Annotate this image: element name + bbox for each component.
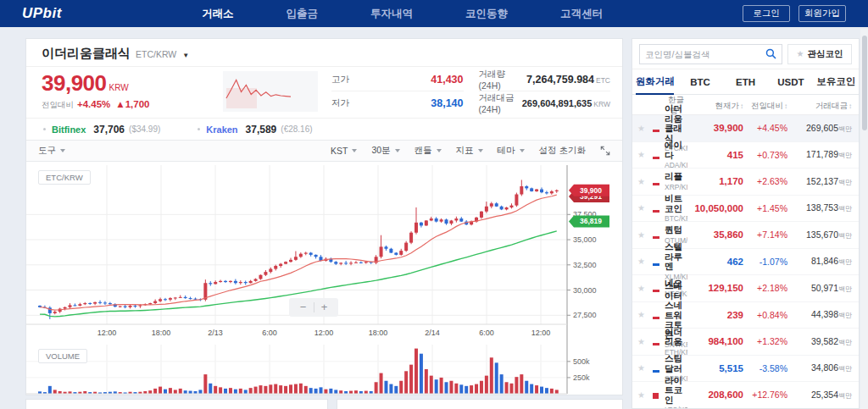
column-header-현재가[interactable]: 현재가↕: [687, 101, 743, 112]
svg-text:12:00: 12:00: [314, 329, 334, 337]
svg-text:39,900: 39,900: [580, 186, 602, 195]
coin-pair: LTC/KRW: [665, 406, 687, 409]
coin-row-SNT/KRW[interactable]: ★스테이터스네트워크토큰SNT/KRW239+0.84%44,398백만: [632, 302, 859, 329]
star-icon[interactable]: ★: [637, 390, 653, 400]
change-marker-icon: [653, 317, 659, 319]
coin-name: 스텔라루멘: [665, 241, 682, 271]
change-label: 전일대비: [42, 100, 74, 109]
current-price: 39,900: [42, 70, 107, 96]
svg-text:18:00: 18:00: [369, 329, 388, 337]
svg-text:12:00: 12:00: [531, 329, 551, 337]
nav-item-입출금[interactable]: 입출금: [286, 7, 318, 21]
star-icon[interactable]: ★: [637, 177, 653, 186]
nav-item-투자내역[interactable]: 투자내역: [370, 7, 413, 21]
coin-row-ETH/KRW[interactable]: ★이더리움ETH/KRW984,100+1.32%39,582백만: [632, 329, 859, 356]
coin-row-BTC/KRW[interactable]: ★비트코인BTC/KRW10,050,000+1.45%138,753백만: [632, 196, 859, 223]
market-tab-원화거래[interactable]: 원화거래: [632, 69, 677, 94]
fullscreen-icon[interactable]: [600, 146, 610, 156]
market-tab-USDT[interactable]: USDT: [768, 69, 813, 94]
market-tab-BTC[interactable]: BTC: [677, 69, 722, 94]
coin-amount: 34,806백만: [787, 362, 852, 373]
star-icon[interactable]: ★: [637, 257, 653, 266]
star-icon[interactable]: ★: [637, 124, 653, 133]
change-marker-icon: [653, 290, 659, 292]
upbit-logo[interactable]: UPbit: [22, 5, 62, 22]
tools-menu[interactable]: 도구: [38, 145, 65, 157]
market-tab-ETH[interactable]: ETH: [723, 69, 768, 94]
star-icon[interactable]: ★: [637, 363, 653, 373]
favorites-button[interactable]: ★ 관심코인: [787, 44, 852, 64]
coin-price: 35,860: [687, 229, 743, 240]
search-box: [639, 44, 782, 64]
star-icon[interactable]: ★: [637, 150, 653, 159]
column-header-거래대금[interactable]: 거래대금↕: [787, 101, 852, 112]
change-marker-icon: [653, 370, 659, 373]
svg-text:250k: 250k: [573, 373, 590, 382]
toolbar-item-캔들[interactable]: 캔들: [415, 145, 442, 157]
candlestick-chart[interactable]: 12:0018:002/136:0012:0018:002/146:0012:0…: [26, 162, 622, 395]
coin-dropdown-icon[interactable]: ▼: [182, 52, 189, 59]
star-icon[interactable]: ★: [637, 310, 653, 319]
coin-price: 129,150: [687, 283, 743, 293]
toolbar-item-지표[interactable]: 지표: [456, 145, 483, 157]
coin-change: +7.14%: [743, 229, 787, 240]
volume-chip: VOLUME: [38, 349, 87, 363]
zoom-out-button[interactable]: −: [293, 298, 314, 317]
chevron-down-icon: [395, 149, 400, 152]
coin-amount: 269,605백만: [787, 123, 852, 134]
price-summary: 39,900KRW 전일대비+4.45%▲1,700 고가 41,430 거래량…: [26, 67, 622, 118]
sparkline-chart: [223, 71, 318, 112]
market-tab-보유코인[interactable]: 보유코인: [814, 69, 859, 94]
chevron-down-icon: [478, 149, 483, 152]
coin-name: 라이트코인: [665, 375, 682, 405]
reset-settings-button[interactable]: 설정 초기화: [539, 145, 586, 157]
coin-row-XRP/KRW[interactable]: ★리플XRP/KRW1,170+2.63%152,137백만: [632, 169, 859, 196]
coin-amount: 25,354백만: [787, 390, 852, 401]
coin-row-ADA/KRW[interactable]: ★에이다ADA/KRW415+0.73%171,789백만: [632, 142, 859, 169]
stat-amount: 거래대금(24H) 269,604,891,635KRW: [479, 91, 611, 115]
toolbar-item-KST[interactable]: KST: [331, 146, 357, 156]
coin-amount: 81,846백만: [787, 256, 852, 267]
star-icon[interactable]: ★: [637, 203, 653, 213]
signup-button[interactable]: 회원가입: [798, 5, 846, 22]
svg-text:12:00: 12:00: [97, 329, 117, 337]
column-header-전일대비[interactable]: 전일대비↕: [743, 101, 787, 112]
coin-title: 이더리움클래식: [42, 46, 131, 60]
login-button[interactable]: 로그인: [743, 5, 790, 22]
nav-item-코인동향[interactable]: 코인동향: [465, 7, 508, 21]
coin-change: -3.58%: [743, 363, 787, 373]
market-tabs: 원화거래BTCETHUSDT보유코인: [632, 69, 859, 95]
star-icon[interactable]: ★: [637, 337, 653, 346]
search-input[interactable]: [645, 49, 765, 59]
toolbar-item-테마[interactable]: 테마: [498, 145, 525, 157]
nav-item-거래소[interactable]: 거래소: [202, 7, 234, 21]
change-amount: ▲1,700: [115, 99, 149, 109]
coin-row-XLM/KRW[interactable]: ★스텔라루멘XLM/KRW462-1.07%81,846백만: [632, 249, 859, 276]
coin-name: 스팀달러: [665, 353, 682, 373]
search-icon[interactable]: [765, 48, 776, 59]
toolbar-item-30분[interactable]: 30분: [371, 145, 399, 157]
price-block: 39,900KRW 전일대비+4.45%▲1,700: [42, 70, 155, 111]
coin-row-ETC/KRW[interactable]: ★이더리움클래식ETC/KRW39,900+4.45%269,605백만: [632, 115, 859, 142]
coin-change: +4.45%: [743, 123, 787, 133]
coin-price: 415: [687, 150, 743, 160]
svg-text:36,819: 36,819: [580, 217, 602, 225]
coin-row-LTC/KRW[interactable]: ★라이트코인LTC/KRW208,600+12.76%25,354백만: [632, 382, 859, 409]
bullet-icon: [43, 128, 46, 130]
nav-item-고객센터[interactable]: 고객센터: [560, 7, 603, 21]
coin-change: +0.84%: [743, 310, 787, 320]
star-icon[interactable]: ★: [637, 284, 653, 293]
coin-change: +2.18%: [743, 283, 787, 293]
coin-name: 이더리움: [665, 327, 682, 347]
chevron-down-icon: [60, 149, 65, 152]
upbit-exchange-page: UPbit 거래소입출금투자내역코인동향고객센터 로그인 회원가입 이더리움클래…: [0, 0, 868, 409]
change-marker-icon: [653, 210, 659, 213]
high-value: 41,430: [431, 74, 463, 86]
scrollbar-thumb[interactable]: [862, 36, 867, 130]
trade-panel: 이더리움클래식ETC/KRW▼ 39,900KRW 전일대비+4.45%▲1,7…: [25, 38, 623, 395]
zoom-in-button[interactable]: +: [314, 298, 335, 317]
star-icon[interactable]: ★: [637, 230, 653, 240]
coin-change: +1.45%: [743, 203, 787, 213]
coin-price: 10,050,000: [687, 203, 743, 213]
change-percent: +4.45%: [77, 99, 110, 109]
